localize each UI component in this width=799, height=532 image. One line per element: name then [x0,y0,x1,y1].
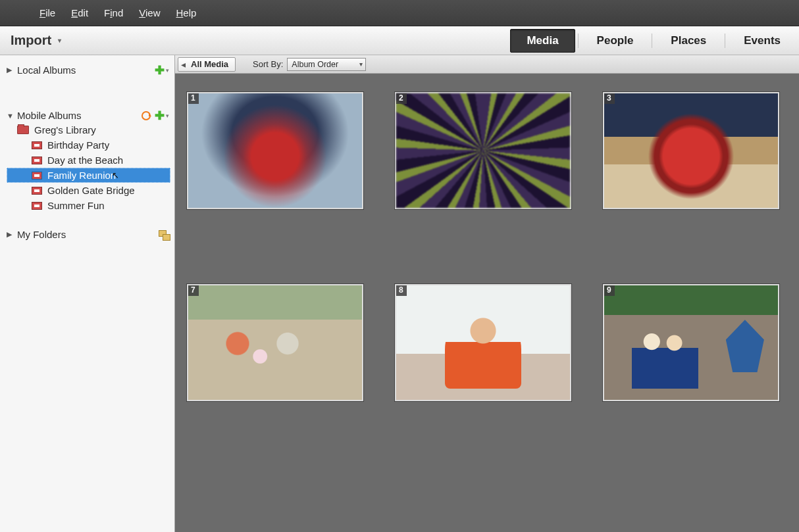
thumbnail-image [396,93,570,208]
tab-media[interactable]: Media [510,29,575,53]
menu-help[interactable]: Help [176,7,197,18]
section-my-folders: ▶My Folders [7,228,170,241]
mobile-albums-label: Mobile Albums [17,110,82,121]
content-area: ◂ All Media Sort By: Album Order 123789 [175,55,799,532]
chevron-down-icon: ▾ [166,112,169,119]
chevron-down-icon: ▾ [58,37,61,44]
thumbnail-image [188,93,362,208]
chevron-down-icon: ▾ [166,67,169,74]
thumbnail[interactable]: 8 [395,284,571,401]
thumbnail[interactable]: 1 [187,92,363,209]
thumbnail-scroll[interactable]: 123789 [175,74,799,532]
thumbnail-number: 8 [396,285,407,296]
thumbnail-grid: 123789 [187,92,787,401]
back-icon: ◂ [181,59,186,70]
section-mobile-albums: ▼Mobile Albums ✚▾ Greg's Library Birthda… [7,109,170,213]
album-list: Birthday PartyDay at the BeachFamily Reu… [7,137,170,213]
thumbnail-image [188,285,362,400]
thumbnail-number: 2 [396,93,407,104]
thumbnail[interactable]: 3 [603,92,779,209]
thumbnail-number: 9 [604,285,615,296]
sidebar: ▶Local Albums ✚▾ ▼Mobile Albums ✚▾ Gr [0,55,175,532]
tab-events[interactable]: Events [728,29,796,53]
sort-value: Album Order [292,60,338,69]
tab-people[interactable]: People [581,29,650,53]
all-media-label: All Media [191,59,228,69]
my-folders-header[interactable]: ▶My Folders [7,228,170,241]
separator [725,34,725,48]
local-albums-header[interactable]: ▶Local Albums ✚▾ [7,63,170,77]
thumbnail-number: 3 [604,93,615,104]
separator [652,34,652,48]
album-label: Family Reunion [47,170,116,181]
thumbnail[interactable]: 9 [603,284,779,401]
my-folders-label: My Folders [17,229,66,240]
album-icon [32,187,42,195]
caret-down-icon: ▼ [7,112,13,120]
sort-controls: Sort By: Album Order [253,58,366,71]
thumbnail-number: 7 [188,285,199,296]
folder-icon [17,126,29,134]
album-label: Day at the Beach [47,155,123,166]
album-icon [32,141,42,149]
filter-bar: ◂ All Media Sort By: Album Order [175,55,799,74]
sidebar-album-item[interactable]: Golden Gate Bridge [7,183,170,198]
view-tabs: Media People Places Events [510,26,799,55]
folder-tree-icon[interactable] [159,230,169,239]
album-icon [32,202,42,210]
mobile-albums-header[interactable]: ▼Mobile Albums ✚▾ [7,109,170,122]
album-label: Summer Fun [47,200,105,211]
caret-right-icon: ▶ [7,66,13,74]
import-label: Import [11,33,51,48]
sidebar-album-item[interactable]: Birthday Party [7,137,170,153]
tab-places[interactable]: Places [655,29,722,53]
thumbnail[interactable]: 7 [187,284,363,401]
local-albums-label: Local Albums [17,64,76,76]
all-media-breadcrumb[interactable]: ◂ All Media [178,57,236,72]
menu-view[interactable]: View [139,7,160,18]
thumbnail-image [396,285,570,400]
import-button[interactable]: Import ▾ [11,33,61,48]
library-label: Greg's Library [34,124,96,135]
main-area: ▶Local Albums ✚▾ ▼Mobile Albums ✚▾ Gr [0,55,799,532]
sidebar-album-item[interactable]: Summer Fun [7,198,170,213]
sidebar-album-item[interactable]: Family Reunion [7,168,170,183]
separator [578,34,579,48]
plus-icon[interactable]: ✚ [155,111,165,120]
sort-by-label: Sort By: [253,59,283,69]
menu-bar: File Edit Find View Help [0,0,799,26]
sidebar-album-item[interactable]: Day at the Beach [7,153,170,168]
library-node[interactable]: Greg's Library [7,122,170,137]
plus-icon[interactable]: ✚ [155,66,165,75]
caret-right-icon: ▶ [7,230,13,239]
menu-edit[interactable]: Edit [71,7,88,18]
menu-find[interactable]: Find [104,7,123,18]
sync-icon[interactable] [142,111,151,120]
album-icon [32,157,42,164]
album-label: Golden Gate Bridge [47,185,135,196]
album-tree: ▶Local Albums ✚▾ ▼Mobile Albums ✚▾ Gr [0,55,174,273]
thumbnail[interactable]: 2 [395,92,571,209]
thumbnail-image [604,93,778,208]
album-label: Birthday Party [47,139,109,151]
thumbnail-number: 1 [188,93,199,104]
thumbnail-image [604,285,778,400]
section-local-albums: ▶Local Albums ✚▾ [7,63,170,77]
menu-file[interactable]: File [39,7,55,18]
toolbar: Import ▾ Media People Places Events [0,26,799,55]
sort-select[interactable]: Album Order [287,58,366,71]
album-icon [32,172,42,180]
